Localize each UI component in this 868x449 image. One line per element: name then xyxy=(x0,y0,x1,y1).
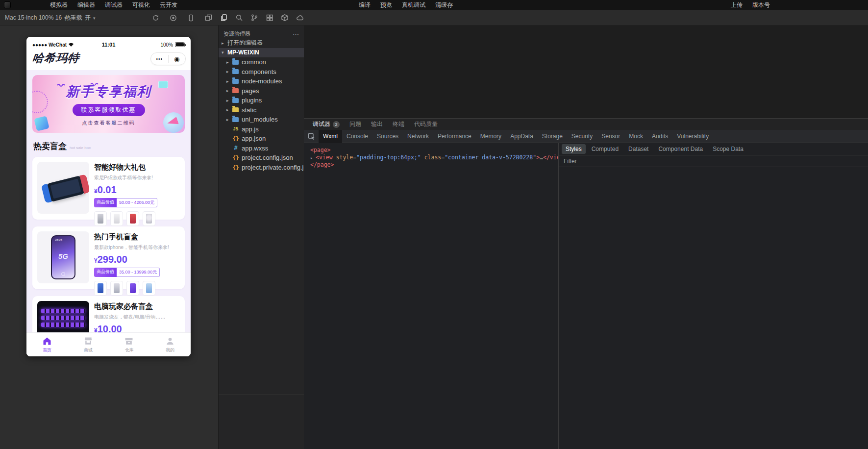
menu-debugger[interactable]: 调试器 xyxy=(100,1,127,9)
menu-upload[interactable]: 上传 xyxy=(726,1,747,9)
more-actions-icon[interactable] xyxy=(293,30,299,38)
tab-problems[interactable]: 问题 xyxy=(345,120,366,128)
hot-reload-label: 热重载 xyxy=(65,14,82,22)
devtools-tab-memory[interactable]: Memory xyxy=(476,130,506,143)
folder-plugins[interactable]: plugins xyxy=(219,96,304,105)
explorer-header: 资源管理器 xyxy=(219,25,304,38)
device-selector-label: Mac 15-inch 100% 16 xyxy=(5,14,62,21)
tab-debugger[interactable]: 调试器2 xyxy=(308,120,345,128)
tag-token: </page> xyxy=(310,161,334,168)
archive-box-icon xyxy=(124,336,134,346)
menu-cloud-dev[interactable]: 云开发 xyxy=(155,1,182,9)
styles-tab-styles[interactable]: Styles xyxy=(562,144,586,154)
files-icon[interactable] xyxy=(220,13,228,22)
capsule-menu: ••• ◉ xyxy=(150,52,186,65)
devtools-tab-network[interactable]: Network xyxy=(403,130,433,143)
menu-editor[interactable]: 编辑器 xyxy=(73,1,100,9)
promo-banner[interactable]: 新手专享福利 联系客服领取优惠 点击查看客服二维码 xyxy=(32,75,185,133)
file-project-private-config[interactable]: project.private.config.js… xyxy=(219,163,304,173)
hot-reload-toggle[interactable]: 热重载 开 xyxy=(65,10,96,25)
tab-home[interactable]: 首页 xyxy=(26,333,68,356)
json-file-icon xyxy=(232,164,239,171)
collapsed-content[interactable]: … xyxy=(540,154,543,161)
styles-tab-component-data[interactable]: Component Data xyxy=(654,144,707,154)
folder-components[interactable]: components xyxy=(219,67,304,77)
devtools-tab-wxml[interactable]: Wxml xyxy=(319,130,342,143)
device-selector[interactable]: Mac 15-inch 100% 16 xyxy=(5,10,67,25)
tab-label: 我的 xyxy=(166,347,174,353)
device-icon[interactable] xyxy=(186,13,195,22)
prize-thumbnail xyxy=(110,281,123,296)
search-icon[interactable] xyxy=(235,13,244,22)
devtools-tab-storage[interactable]: Storage xyxy=(538,130,567,143)
devtools-tab-vulnerability[interactable]: Vulnerability xyxy=(672,130,713,143)
devtools-tab-performance[interactable]: Performance xyxy=(433,130,476,143)
wxml-node-page-open[interactable]: <page> xyxy=(304,147,558,154)
open-editors-section[interactable]: 打开的编辑器 xyxy=(219,38,304,48)
file-label: app.json xyxy=(242,135,266,142)
more-menu-icon[interactable]: ••• xyxy=(151,56,168,62)
tab-label: 调试器 xyxy=(313,120,330,128)
tab-label: 输出 xyxy=(371,120,383,128)
file-label: project.private.config.js… xyxy=(242,164,304,171)
tab-terminal[interactable]: 终端 xyxy=(388,120,409,128)
tab-profile[interactable]: 我的 xyxy=(149,333,191,356)
menu-version[interactable]: 版本号 xyxy=(747,1,775,9)
inspect-element-icon[interactable] xyxy=(304,133,319,140)
close-minimize-icon[interactable]: ◉ xyxy=(169,55,186,63)
folder-uni-modules[interactable]: uni_modules xyxy=(219,115,304,125)
menu-visualization[interactable]: 可视化 xyxy=(127,1,155,9)
banner-caption[interactable]: 点击查看客服二维码 xyxy=(82,120,135,126)
devtools-tab-security[interactable]: Security xyxy=(567,130,597,143)
menu-remote-debug[interactable]: 真机调试 xyxy=(397,1,430,9)
multi-window-icon[interactable] xyxy=(204,13,213,22)
styles-filter-input[interactable]: Filter xyxy=(559,155,868,167)
file-project-config[interactable]: project.config.json xyxy=(219,153,304,163)
expand-arrow-icon[interactable]: ▸ xyxy=(310,155,316,160)
styles-tab-scope-data[interactable]: Scope Data xyxy=(709,144,747,154)
folder-pages[interactable]: pages xyxy=(219,86,304,96)
folder-icon xyxy=(232,117,239,122)
value-badge-range: 50.00 - 4206.00元 xyxy=(117,198,157,207)
record-icon[interactable] xyxy=(169,13,177,22)
folder-node-modules[interactable]: node-modules xyxy=(219,76,304,86)
styles-tab-computed[interactable]: Computed xyxy=(588,144,622,154)
styles-tab-dataset[interactable]: Dataset xyxy=(624,144,652,154)
cloud-icon[interactable] xyxy=(296,13,304,22)
devtools-tab-audits[interactable]: Audits xyxy=(647,130,672,143)
tab-warehouse[interactable]: 仓库 xyxy=(109,333,150,356)
package-icon[interactable] xyxy=(280,13,289,22)
wxml-node-page-close[interactable]: </page> xyxy=(304,161,558,169)
game-console-art xyxy=(46,175,85,202)
extensions-icon[interactable] xyxy=(265,13,274,22)
folder-common[interactable]: common xyxy=(219,57,304,67)
tab-mall[interactable]: 商城 xyxy=(68,333,109,356)
menu-preview[interactable]: 预览 xyxy=(375,1,397,9)
app-brand-logo: 哈希玛特 xyxy=(31,50,80,66)
devtools-tab-console[interactable]: Console xyxy=(342,130,372,143)
devtools-tab-sources[interactable]: Sources xyxy=(372,130,403,143)
banner-contact-pill[interactable]: 联系客服领取优惠 xyxy=(73,104,145,116)
product-card[interactable]: 08:08 5G 热门手机盲盒 最新款iphone，智能手机等你来拿! ¥299… xyxy=(32,226,185,289)
file-app-wxss[interactable]: app.wxss xyxy=(219,144,304,153)
project-root-mp-weixin[interactable]: MP-WEIXIN xyxy=(219,48,304,58)
file-app-js[interactable]: app.js xyxy=(219,125,304,134)
wxml-node-view[interactable]: ▸<view style="padding-top:64px;" class="… xyxy=(304,154,558,161)
tag-token: </view> xyxy=(543,154,558,161)
menu-simulator[interactable]: 模拟器 xyxy=(45,1,73,9)
chevron-right-icon xyxy=(226,79,232,84)
menu-clear-cache[interactable]: 清缓存 xyxy=(430,1,458,9)
devtools-tab-appdata[interactable]: AppData xyxy=(506,130,538,143)
devtools-tab-mock[interactable]: Mock xyxy=(624,130,647,143)
restart-icon[interactable] xyxy=(151,13,160,22)
folder-static[interactable]: static xyxy=(219,105,304,115)
product-card[interactable]: 智能好物大礼包 索尼Ps5游戏手柄等你来拿! ¥0.01 商品价值 50.00 … xyxy=(32,157,185,220)
tab-output[interactable]: 输出 xyxy=(366,120,388,128)
git-branch-icon[interactable] xyxy=(250,13,259,22)
home-icon xyxy=(42,336,52,346)
menu-compile[interactable]: 编译 xyxy=(354,1,375,9)
file-app-json[interactable]: app.json xyxy=(219,134,304,144)
devtools-tab-sensor[interactable]: Sensor xyxy=(597,130,624,143)
tab-code-quality[interactable]: 代码质量 xyxy=(409,120,443,128)
section-header: 热卖盲盒 hot sale box xyxy=(33,141,184,152)
